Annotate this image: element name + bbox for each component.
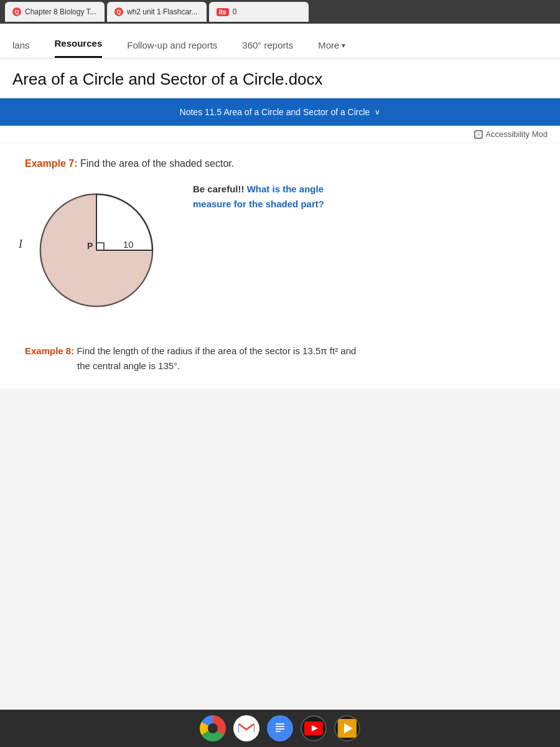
play-taskbar-icon[interactable] <box>334 715 360 741</box>
doc-toolbar-title: Notes 11.5 Area of a Circle and Sector o… <box>180 107 370 117</box>
gmail-taskbar-icon[interactable] <box>233 715 259 741</box>
gmail-svg <box>238 721 255 735</box>
page-title: Area of a Circle and Sector of a Circle.… <box>12 70 548 89</box>
youtube-taskbar-icon[interactable] <box>301 715 327 741</box>
tab-icon-q1: Q <box>12 7 21 16</box>
example8: Example 8: Find the length of the radius… <box>25 344 535 374</box>
tab-chapter8[interactable]: Q Chapter 8 Biology T... <box>5 2 105 22</box>
tab-label-wh2: wh2 unit 1 Flashcar... <box>127 7 197 16</box>
svg-rect-2 <box>96 243 104 250</box>
example7-header: Example 7: Find the area of the shaded s… <box>25 158 535 169</box>
be-careful-text: Be careful!! What is the anglemeasure fo… <box>193 182 324 212</box>
nav-item-360reports[interactable]: 360° reports <box>242 40 293 58</box>
main-area: lans Resources Follow-up and reports 360… <box>0 24 560 710</box>
svg-rect-13 <box>276 728 284 730</box>
doc-toolbar: Notes 11.5 Area of a Circle and Sector o… <box>0 98 560 126</box>
text-cursor: I <box>19 238 22 251</box>
play-svg <box>338 719 357 738</box>
svg-rect-11 <box>276 723 284 725</box>
svg-rect-14 <box>276 731 281 732</box>
tab-icon-q2: Q <box>114 7 123 16</box>
example7-text: Find the area of the shaded sector. <box>77 158 234 169</box>
tab-badge-its: its <box>217 8 229 16</box>
tab-wh2[interactable]: Q wh2 unit 1 Flashcar... <box>107 2 207 22</box>
tab-bar: Q Chapter 8 Biology T... Q wh2 unit 1 Fl… <box>0 0 560 24</box>
example7-body: I <box>25 182 535 325</box>
docs-taskbar-icon[interactable] <box>267 715 293 741</box>
example8-text: Find the length of the radius if the are… <box>74 345 356 356</box>
nav-item-resources[interactable]: Resources <box>55 38 103 58</box>
circle-diagram: I <box>31 182 168 325</box>
youtube-svg <box>304 721 323 735</box>
nav-bar: lans Resources Follow-up and reports 360… <box>0 24 560 59</box>
accessibility-icon <box>474 130 483 139</box>
docs-svg <box>273 720 287 737</box>
accessibility-mode-link[interactable]: Accessibility Mod <box>474 129 548 139</box>
nav-item-followup[interactable]: Follow-up and reports <box>127 40 217 58</box>
tab-badge-num: 0 <box>233 7 237 16</box>
be-careful-label: Be careful!! <box>193 184 245 194</box>
tab-label-chapter8: Chapter 8 Biology T... <box>25 7 96 16</box>
svg-rect-12 <box>276 726 284 727</box>
example7-label: Example 7: <box>25 158 77 169</box>
accessibility-bar: Accessibility Mod <box>0 126 560 143</box>
circle-svg: P 10 <box>31 182 162 319</box>
svg-text:10: 10 <box>123 239 134 250</box>
page-title-bar: Area of a Circle and Sector of a Circle.… <box>0 59 560 98</box>
tab-its[interactable]: its 0 <box>209 2 309 22</box>
example8-text2: the central angle is 135°. <box>25 360 180 371</box>
doc-content: Example 7: Find the area of the shaded s… <box>0 143 560 388</box>
example8-label: Example 8: <box>25 345 74 356</box>
chrome-center <box>208 723 218 733</box>
nav-more-button[interactable]: More <box>318 40 345 58</box>
accessibility-label: Accessibility Mod <box>485 129 548 139</box>
taskbar <box>0 710 560 747</box>
nav-item-plans[interactable]: lans <box>12 40 30 58</box>
chrome-icon[interactable] <box>200 715 226 741</box>
doc-toolbar-chevron[interactable]: ∨ <box>375 108 380 116</box>
svg-text:P: P <box>87 241 93 251</box>
